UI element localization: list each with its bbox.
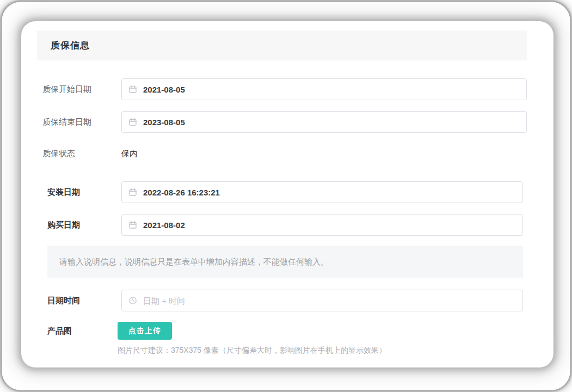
install-date-value: 2022-08-26 16:23:21 (143, 188, 220, 197)
upload-button[interactable]: 点击上传 (118, 322, 172, 340)
warranty-info-card: 质保信息 质保开始日期 2021-08-05 质保结束日期 (21, 21, 553, 367)
form-row-purchase-date: 购买日期 2021-08-02 (47, 214, 523, 236)
upload-size-hint: 图片尺寸建议：375X375 像素（尺寸偏差大时，影响图片在手机上的显示效果） (118, 346, 386, 356)
detail-field-group: 安装日期 2022-08-26 16:23:21 购买日期 (47, 181, 523, 356)
form-row-datetime: 日期时间 (47, 290, 523, 311)
warranty-field-group: 质保开始日期 2021-08-05 质保结束日期 (37, 78, 527, 164)
calendar-icon (128, 118, 137, 126)
calendar-icon (128, 220, 137, 229)
warranty-start-label: 质保开始日期 (37, 84, 121, 95)
product-image-upload-cell: 点击上传 图片尺寸建议：375X375 像素（尺寸偏差大时，影响图片在手机上的显… (118, 322, 386, 356)
description-note-bar: 请输入说明信息，说明信息只是在表单中增加内容描述，不能做任何输入。 (47, 246, 523, 278)
product-image-label: 产品图 (47, 322, 121, 340)
calendar-icon (128, 188, 137, 197)
warranty-start-date-input[interactable]: 2021-08-05 (121, 78, 527, 100)
warranty-end-date-input[interactable]: 2023-08-05 (121, 111, 527, 133)
warranty-status-value: 保内 (121, 149, 138, 159)
datetime-input-box[interactable] (121, 290, 523, 311)
datetime-input[interactable] (143, 296, 516, 305)
form-row-product-image: 产品图 点击上传 图片尺寸建议：375X375 像素（尺寸偏差大时，影响图片在手… (47, 322, 523, 356)
purchase-date-value: 2021-08-02 (143, 220, 185, 230)
description-note-text: 请输入说明信息，说明信息只是在表单中增加内容描述，不能做任何输入。 (59, 257, 329, 267)
calendar-icon (128, 85, 137, 94)
install-date-input[interactable]: 2022-08-26 16:23:21 (121, 181, 523, 203)
purchase-date-label: 购买日期 (47, 220, 121, 230)
form-row-warranty-start: 质保开始日期 2021-08-05 (37, 78, 527, 100)
warranty-end-value: 2023-08-05 (143, 118, 185, 127)
form-row-install-date: 安装日期 2022-08-26 16:23:21 (47, 181, 523, 203)
section-title: 质保信息 (51, 39, 90, 52)
warranty-end-label: 质保结束日期 (37, 117, 121, 127)
form-row-warranty-end: 质保结束日期 2023-08-05 (37, 111, 527, 133)
section-header: 质保信息 (37, 30, 527, 60)
warranty-start-value: 2021-08-05 (143, 85, 185, 94)
form-row-warranty-status: 质保状态 保内 (37, 143, 527, 164)
install-date-label: 安装日期 (47, 187, 121, 198)
datetime-label: 日期时间 (47, 296, 121, 306)
warranty-status-label: 质保状态 (37, 149, 121, 159)
window-frame: 质保信息 质保开始日期 2021-08-05 质保结束日期 (2, 2, 570, 390)
purchase-date-input[interactable]: 2021-08-02 (121, 214, 523, 236)
clock-icon (128, 296, 137, 305)
